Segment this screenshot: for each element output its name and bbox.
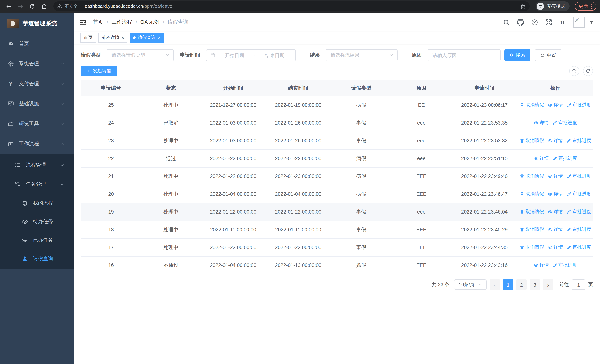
action-detail-link[interactable]: 详情 xyxy=(534,120,549,126)
close-tab-icon[interactable]: × xyxy=(122,35,124,40)
action-cancel-link[interactable]: 取消请假 xyxy=(520,138,544,144)
collapse-sidebar-icon[interactable] xyxy=(79,18,87,26)
action-detail-link[interactable]: 详情 xyxy=(548,173,563,179)
help-icon[interactable] xyxy=(531,19,538,26)
action-progress-link[interactable]: 审批进度 xyxy=(567,226,591,233)
action-progress-link[interactable]: 审批进度 xyxy=(567,209,591,215)
user-menu-caret-icon[interactable] xyxy=(590,21,593,24)
avatar[interactable] xyxy=(573,17,585,28)
close-tab-icon[interactable]: × xyxy=(158,35,160,40)
table-cell: 23 xyxy=(81,138,141,143)
bookmark-star-icon[interactable] xyxy=(520,3,526,9)
sidebar-item-流程管理[interactable]: 流程管理 xyxy=(0,155,74,175)
action-label: 取消请假 xyxy=(525,209,544,215)
action-progress-link[interactable]: 审批进度 xyxy=(567,191,591,197)
breadcrumb-item[interactable]: OA 示例 xyxy=(141,19,159,26)
refresh-table-icon[interactable] xyxy=(583,66,593,76)
breadcrumb-item[interactable]: 首页 xyxy=(93,19,103,26)
action-progress-link[interactable]: 审批进度 xyxy=(553,155,577,162)
table-cell: 处理中 xyxy=(141,102,201,108)
chevron-down-icon xyxy=(60,101,68,106)
sidebar-item-系统管理[interactable]: 系统管理 xyxy=(0,54,74,74)
action-cancel-link[interactable]: 取消请假 xyxy=(520,173,544,179)
github-icon[interactable] xyxy=(517,19,524,26)
search-button[interactable]: 搜索 xyxy=(504,49,530,61)
action-progress-link[interactable]: 审批进度 xyxy=(553,120,577,126)
toggle-search-icon[interactable] xyxy=(569,66,579,76)
home-icon[interactable] xyxy=(39,1,49,11)
action-progress-link[interactable]: 审批进度 xyxy=(567,244,591,251)
app-logo[interactable]: 芋道管理系统 xyxy=(0,13,74,34)
table-cell: 2022-01-03 00:00:00 xyxy=(201,120,266,126)
sidebar-item-首页[interactable]: 首页 xyxy=(0,34,74,54)
action-cancel-link[interactable]: 取消请假 xyxy=(520,226,544,233)
fullscreen-icon[interactable] xyxy=(545,19,552,26)
action-progress-link[interactable]: 审批进度 xyxy=(553,262,577,268)
action-label: 取消请假 xyxy=(525,173,544,179)
action-progress-link[interactable]: 审批进度 xyxy=(567,173,591,179)
sidebar-item-我的流程[interactable]: 我的流程 xyxy=(0,194,74,212)
action-cancel-link[interactable]: 取消请假 xyxy=(520,244,544,251)
table-cell: 病假 xyxy=(331,173,392,180)
action-detail-link[interactable]: 详情 xyxy=(548,226,563,233)
edit-icon xyxy=(553,263,557,268)
page-size-select[interactable]: 10条/页 xyxy=(454,280,487,290)
action-detail-link[interactable]: 详情 xyxy=(548,209,563,215)
leave-type-select[interactable]: 请选择请假类型 xyxy=(107,49,174,61)
table-cell: 2022-01-22 23:53:32 xyxy=(451,138,517,143)
sidebar-item-待办任务[interactable]: 待办任务 xyxy=(0,212,74,231)
action-progress-link[interactable]: 审批进度 xyxy=(567,138,591,144)
end-date-input[interactable] xyxy=(258,52,292,58)
action-detail-link[interactable]: 详情 xyxy=(548,244,563,251)
prev-page-button[interactable]: ‹ xyxy=(489,280,500,290)
apply-time-range-picker[interactable]: - xyxy=(206,49,296,61)
view-icon xyxy=(548,138,553,143)
result-select[interactable]: 请选择流结果 xyxy=(326,49,398,61)
sidebar-item-请假查询[interactable]: 请假查询 xyxy=(0,250,74,268)
back-icon[interactable] xyxy=(4,1,13,11)
update-button[interactable]: 更新 xyxy=(575,2,596,11)
sidebar-item-label: 研发工具 xyxy=(19,121,60,127)
goto-page-input[interactable] xyxy=(572,280,585,290)
tab-请假查询[interactable]: 请假查询× xyxy=(130,33,164,42)
page-button-2[interactable]: 2 xyxy=(516,280,527,290)
start-date-input[interactable] xyxy=(217,52,252,58)
url-bar[interactable]: 不安全 dashboard.yudao.iocoder.cn /bpm/oa/l… xyxy=(53,1,530,11)
sidebar-item-基础设施[interactable]: 基础设施 xyxy=(0,94,74,114)
action-label: 详情 xyxy=(554,138,563,144)
action-progress-link[interactable]: 审批进度 xyxy=(567,102,591,108)
action-detail-link[interactable]: 详情 xyxy=(548,138,563,144)
action-detail-link[interactable]: 详情 xyxy=(534,155,549,162)
page-button-3[interactable]: 3 xyxy=(530,280,540,290)
action-detail-link[interactable]: 详情 xyxy=(534,262,549,268)
action-detail-link[interactable]: 详情 xyxy=(548,191,563,197)
browser-menu-dots-icon[interactable] xyxy=(591,3,593,9)
row-actions: 取消请假详情审批进度 xyxy=(518,173,593,179)
trash-icon xyxy=(520,227,525,232)
sidebar-item-label: 基础设施 xyxy=(19,101,60,107)
breadcrumb-item[interactable]: 工作流程 xyxy=(112,19,132,26)
action-cancel-link[interactable]: 取消请假 xyxy=(520,209,544,215)
action-cancel-link[interactable]: 取消请假 xyxy=(520,102,544,108)
forward-icon[interactable] xyxy=(16,1,25,11)
create-leave-button[interactable]: 发起请假 xyxy=(81,65,117,76)
search-icon[interactable] xyxy=(503,19,510,26)
action-cancel-link[interactable]: 取消请假 xyxy=(520,191,544,197)
sidebar-item-研发工具[interactable]: 研发工具 xyxy=(0,114,74,134)
chevron-down-icon xyxy=(60,163,68,167)
table-cell: 2022-01-22 23:46:04 xyxy=(451,209,517,215)
reload-icon[interactable] xyxy=(28,1,37,11)
reset-button[interactable]: 重置 xyxy=(535,49,562,61)
sidebar-item-任务管理[interactable]: 任务管理 xyxy=(0,175,74,194)
next-page-button[interactable]: › xyxy=(543,280,553,290)
filter-bar: 请假类型 请选择请假类型 申请时间 - 结果 请选择流结果 xyxy=(81,49,593,61)
tab-首页[interactable]: 首页 xyxy=(80,33,96,42)
sidebar-item-已办任务[interactable]: 已办任务 xyxy=(0,231,74,250)
sidebar-item-工作流程[interactable]: 工作流程 xyxy=(0,134,74,154)
font-size-icon[interactable]: tT xyxy=(559,19,566,26)
page-button-1[interactable]: 1 xyxy=(503,280,513,290)
reason-input[interactable] xyxy=(432,52,496,58)
action-detail-link[interactable]: 详情 xyxy=(548,102,563,108)
sidebar-item-支付管理[interactable]: ¥支付管理 xyxy=(0,74,74,94)
tab-流程详情[interactable]: 流程详情× xyxy=(98,33,128,42)
